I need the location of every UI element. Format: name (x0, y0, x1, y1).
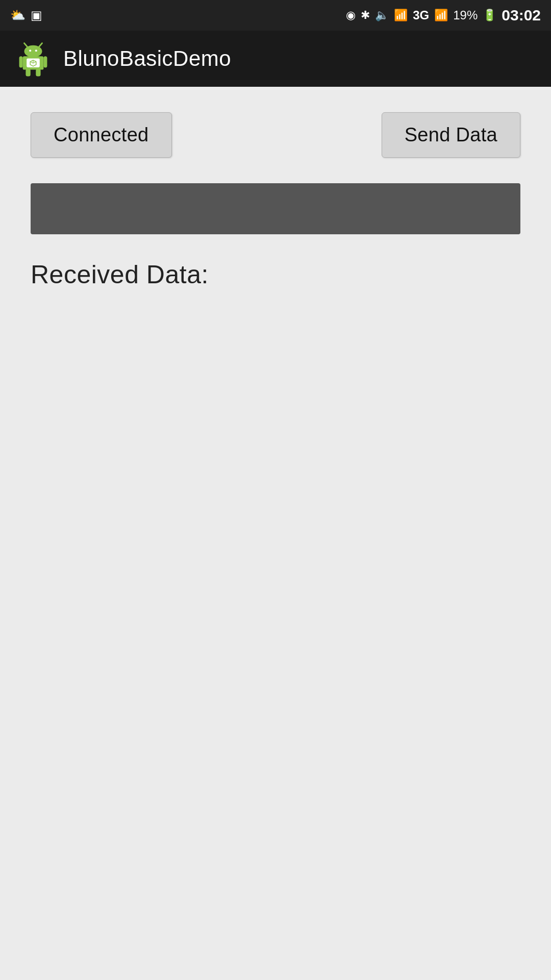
svg-rect-12 (43, 56, 47, 67)
signal-icon: 📶 (434, 9, 448, 22)
main-content: Connected Send Data Received Data: (0, 87, 551, 980)
app-title: BlunoBasicDemo (63, 46, 231, 71)
battery-icon: 🔋 (483, 9, 496, 22)
send-data-button[interactable]: Send Data (382, 112, 520, 158)
connected-button[interactable]: Connected (31, 112, 172, 158)
buttons-row: Connected Send Data (31, 112, 520, 158)
time-display: 03:02 (502, 7, 541, 24)
wifi-icon: 📶 (394, 9, 408, 22)
mute-icon: 🔈 (375, 9, 389, 22)
svg-line-1 (39, 43, 42, 47)
svg-point-2 (24, 45, 42, 57)
received-data-label: Received Data: (31, 260, 520, 289)
svg-rect-14 (36, 69, 40, 77)
svg-rect-11 (19, 56, 23, 67)
app-bar: BlunoBasicDemo (0, 31, 551, 87)
svg-rect-13 (26, 69, 30, 77)
weather-icon: ⛅ (10, 8, 26, 22)
eye-off-icon: ◉ (346, 9, 356, 22)
bluetooth-icon: ✱ (361, 9, 370, 22)
svg-line-0 (24, 43, 28, 47)
status-bar-left: ⛅ ▣ (10, 8, 42, 22)
status-bar-right: ◉ ✱ 🔈 📶 3G 📶 19% 🔋 03:02 (346, 7, 541, 24)
text-input-bar[interactable] (31, 183, 520, 234)
image-icon: ▣ (31, 8, 42, 22)
battery-percent: 19% (453, 8, 478, 22)
android-logo-icon (15, 41, 51, 77)
svg-point-3 (29, 50, 31, 52)
network-label: 3G (413, 8, 429, 22)
svg-point-4 (35, 50, 37, 52)
status-bar: ⛅ ▣ ◉ ✱ 🔈 📶 3G 📶 19% 🔋 03:02 (0, 0, 551, 31)
